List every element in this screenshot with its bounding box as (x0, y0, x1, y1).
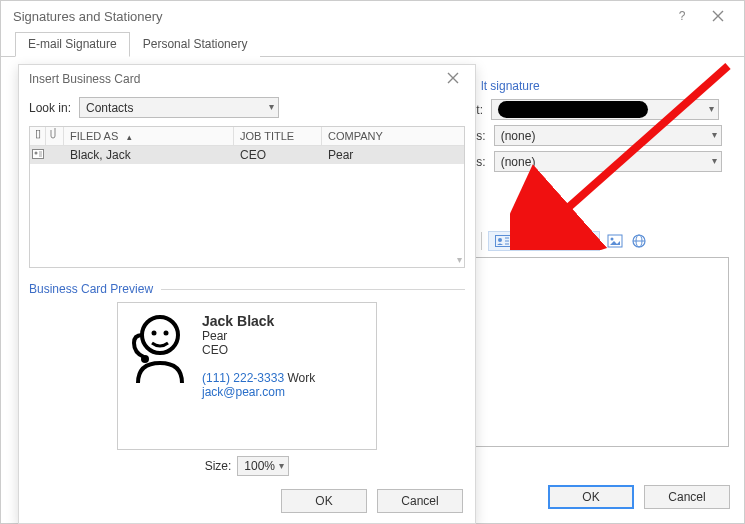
business-card-label: Business Card (515, 234, 593, 248)
cell-filed-as: Black, Jack (64, 148, 234, 162)
preview-phone[interactable]: (111) 222-3333 (202, 371, 284, 385)
tab-email-signature[interactable]: E-mail Signature (15, 32, 130, 57)
toolbar-separator (481, 232, 482, 250)
contacts-grid[interactable]: ▯ FILED AS ▴ JOB TITLE COMPANY Black, Ja… (29, 126, 465, 268)
ok-button[interactable]: OK (548, 485, 634, 509)
look-in-dropdown[interactable]: Contacts ▾ (79, 97, 279, 118)
column-filed-as[interactable]: FILED AS ▴ (64, 127, 234, 145)
attachment-column-icon[interactable] (46, 127, 64, 145)
insert-business-card-dialog: Insert Business Card Look in: Contacts ▾… (18, 64, 476, 524)
contact-card-icon (30, 148, 46, 162)
child-titlebar: Insert Business Card (19, 65, 475, 93)
account-redacted-value (498, 101, 648, 118)
cell-company: Pear (322, 148, 464, 162)
size-spinner[interactable]: 100% ▾ (237, 456, 289, 476)
cell-job-title: CEO (234, 148, 322, 162)
svg-point-8 (142, 317, 178, 353)
replies-forwards-value: (none) (501, 155, 536, 169)
flag-column-icon[interactable]: ▯ (30, 127, 46, 145)
look-in-value: Contacts (86, 101, 133, 115)
hyperlink-icon[interactable] (630, 232, 648, 250)
preview-phone-type: Work (287, 371, 315, 385)
svg-point-3 (611, 238, 614, 241)
column-job-title[interactable]: JOB TITLE (234, 127, 322, 145)
svg-point-7 (35, 152, 38, 155)
look-in-label: Look in: (29, 101, 71, 115)
section-default-signature: lt signature (481, 79, 540, 93)
chevron-down-icon: ▾ (457, 254, 462, 265)
replies-forwards-dropdown[interactable]: (none) ▾ (494, 151, 722, 172)
dialog-title: Signatures and Stationery (13, 9, 664, 24)
column-filed-as-label: FILED AS (70, 130, 118, 142)
child-ok-button[interactable]: OK (281, 489, 367, 513)
account-dropdown[interactable]: ▾ (491, 99, 719, 120)
chevron-down-icon: ▾ (709, 103, 714, 114)
cancel-button[interactable]: Cancel (644, 485, 730, 509)
sort-asc-icon: ▴ (127, 132, 132, 142)
new-messages-value: (none) (501, 129, 536, 143)
business-card-preview: Jack Black Pear CEO (111) 222-3333 Work … (117, 302, 377, 450)
close-icon (712, 10, 724, 22)
preview-section-title: Business Card Preview (29, 282, 153, 296)
child-close-button[interactable] (441, 70, 465, 88)
svg-rect-2 (608, 235, 622, 247)
business-card-icon (495, 235, 511, 247)
chevron-down-icon: ▾ (279, 460, 284, 471)
child-cancel-button[interactable]: Cancel (377, 489, 463, 513)
picture-icon[interactable] (606, 232, 624, 250)
editor-toolbar: Business Card (457, 231, 648, 251)
separator-line (161, 289, 465, 290)
svg-point-10 (164, 331, 169, 336)
avatar-icon (128, 313, 192, 385)
preview-company: Pear (202, 329, 315, 343)
titlebar: Signatures and Stationery ? (1, 1, 744, 31)
tab-personal-stationery[interactable]: Personal Stationery (130, 32, 261, 57)
svg-point-1 (498, 238, 502, 242)
business-card-button[interactable]: Business Card (488, 231, 600, 251)
svg-point-11 (141, 355, 149, 363)
chevron-down-icon: ▾ (269, 101, 274, 112)
size-label: Size: (205, 459, 232, 473)
child-title-text: Insert Business Card (29, 72, 441, 86)
table-row[interactable]: Black, Jack CEO Pear (30, 146, 464, 164)
preview-name: Jack Black (202, 313, 315, 329)
chevron-down-icon: ▾ (712, 155, 717, 166)
preview-email[interactable]: jack@pear.com (202, 385, 315, 399)
svg-point-9 (152, 331, 157, 336)
new-messages-dropdown[interactable]: (none) ▾ (494, 125, 722, 146)
grid-header: ▯ FILED AS ▴ JOB TITLE COMPANY (30, 127, 464, 146)
signature-editor[interactable] (445, 257, 729, 447)
column-company[interactable]: COMPANY (322, 127, 464, 145)
size-value: 100% (244, 459, 275, 473)
close-icon (447, 72, 459, 84)
tab-strip: E-mail Signature Personal Stationery (1, 31, 744, 57)
chevron-down-icon: ▾ (712, 129, 717, 140)
close-button[interactable] (700, 4, 736, 28)
help-button[interactable]: ? (664, 4, 700, 28)
preview-job-title: CEO (202, 343, 315, 357)
